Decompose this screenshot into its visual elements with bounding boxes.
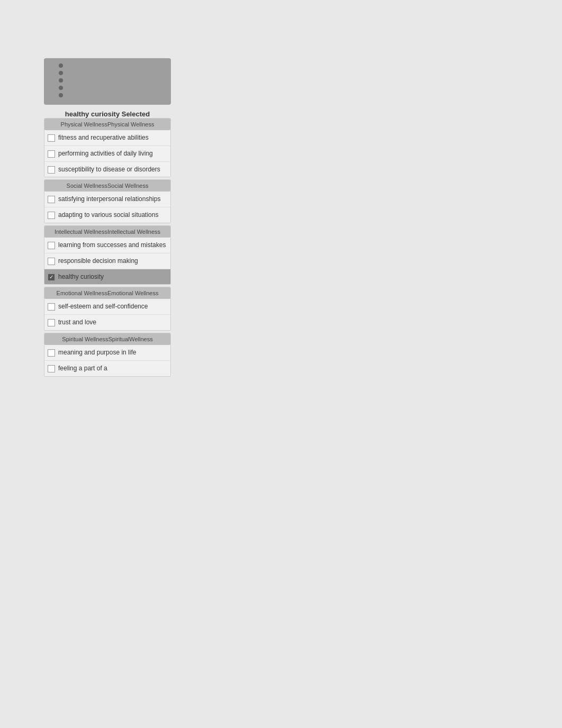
list-item: satisfying interpersonal relationships	[44, 192, 170, 207]
dot-1	[59, 63, 63, 68]
physical-wellness-header: Physical WellnessPhysical Wellness	[44, 119, 170, 130]
feeling-text: feeling a part of a	[58, 364, 107, 373]
satisfying-text: satisfying interpersonal relationships	[58, 195, 160, 204]
list-item: learning from successes and mistakes	[44, 238, 170, 253]
list-item: self-esteem and self-confidence	[44, 299, 170, 315]
susceptibility-text: susceptibility to disease or disorders	[58, 165, 160, 174]
intellectual-wellness-section: Intellectual WellnessIntellectual Wellne…	[44, 225, 171, 285]
selected-label: healthy curiosity Selected	[44, 108, 171, 118]
dot-2	[59, 71, 63, 75]
main-container: healthy curiosity Selected Physical Well…	[44, 58, 171, 379]
meaning-text: meaning and purpose in life	[58, 348, 136, 357]
self-esteem-checkbox[interactable]	[48, 303, 55, 311]
healthy-curiosity-item[interactable]: ✓ healthy curiosity	[44, 269, 170, 285]
list-item: meaning and purpose in life	[44, 345, 170, 361]
meaning-checkbox[interactable]	[48, 349, 55, 357]
adapting-checkbox[interactable]	[48, 212, 55, 219]
trust-checkbox[interactable]	[48, 319, 55, 326]
responsible-checkbox[interactable]	[48, 258, 55, 265]
list-item: adapting to various social situations	[44, 207, 170, 223]
dot-5	[59, 93, 63, 97]
trust-text: trust and love	[58, 318, 96, 327]
list-item: feeling a part of a	[44, 361, 170, 376]
susceptibility-checkbox[interactable]	[48, 166, 55, 174]
list-item: susceptibility to disease or disorders	[44, 162, 170, 177]
performing-text: performing activities of daily living	[58, 149, 153, 158]
feeling-checkbox[interactable]	[48, 365, 55, 372]
list-item: trust and love	[44, 315, 170, 330]
physical-wellness-section: Physical WellnessPhysical Wellness fitne…	[44, 118, 171, 177]
spiritual-wellness-section: Spiritual WellnessSpiritualWellness mean…	[44, 333, 171, 377]
responsible-text: responsible decision making	[58, 257, 138, 266]
spiritual-wellness-header: Spiritual WellnessSpiritualWellness	[44, 333, 170, 345]
intellectual-wellness-header: Intellectual WellnessIntellectual Wellne…	[44, 226, 170, 238]
learning-text: learning from successes and mistakes	[58, 241, 166, 250]
social-wellness-section: Social WellnessSocial Wellness satisfyin…	[44, 179, 171, 223]
selected-box	[44, 58, 171, 105]
dot-3	[59, 78, 63, 83]
self-esteem-text: self-esteem and self-confidence	[58, 302, 148, 311]
performing-checkbox[interactable]	[48, 150, 55, 158]
emotional-wellness-header: Emotional WellnessEmotional Wellness	[44, 287, 170, 299]
healthy-curiosity-checkbox[interactable]: ✓	[48, 274, 55, 281]
adapting-text: adapting to various social situations	[58, 211, 158, 220]
fitness-text: fitness and recuperative abilities	[58, 133, 149, 142]
emotional-wellness-section: Emotional WellnessEmotional Wellness sel…	[44, 287, 171, 331]
learning-checkbox[interactable]	[48, 242, 55, 249]
satisfying-checkbox[interactable]	[48, 196, 55, 203]
social-wellness-header: Social WellnessSocial Wellness	[44, 180, 170, 192]
dot-row	[48, 63, 167, 97]
list-item: fitness and recuperative abilities	[44, 130, 170, 146]
fitness-checkbox[interactable]	[48, 134, 55, 142]
list-item: responsible decision making	[44, 253, 170, 269]
healthy-curiosity-text: healthy curiosity	[58, 272, 104, 281]
list-item: performing activities of daily living	[44, 146, 170, 162]
dot-4	[59, 86, 63, 90]
